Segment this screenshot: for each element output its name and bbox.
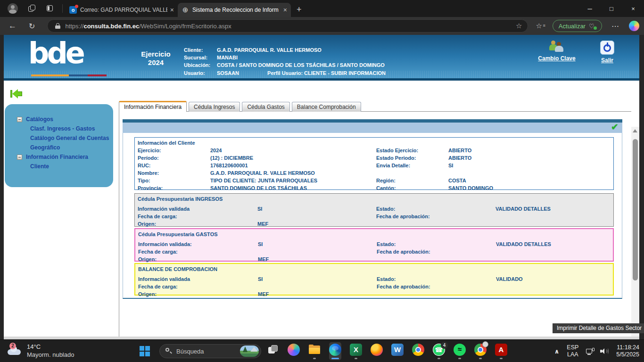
start-button[interactable] xyxy=(140,346,150,356)
collapse-icon[interactable] xyxy=(17,117,22,122)
taskbar: 2 14°C Mayorm. nublado Búsqueda X W ☎4 ≈ xyxy=(0,339,644,362)
ejercicio-label: Ejercicio: xyxy=(138,147,210,154)
sidebar-item-cliente[interactable]: Cliente xyxy=(5,162,113,171)
sidebar-item-catalogos[interactable]: Catálogos xyxy=(5,115,113,124)
tab-cedula-ingresos[interactable]: Cédula Ingresos xyxy=(189,102,240,112)
tab-balance-comprobacion[interactable]: Balance Comprobación xyxy=(292,102,361,112)
actualizar-button[interactable]: Actualizar ♡ xyxy=(553,20,602,32)
close-tab-icon[interactable]: × xyxy=(170,6,174,14)
panels-container: Información del Cliente Ejercicio:2024Es… xyxy=(123,133,622,299)
provincia-value: SANTO DOMINGO DE LOS TSÁCHILAS xyxy=(210,184,376,192)
cambio-clave-link[interactable]: Cambio Clave xyxy=(531,41,583,62)
cloud-icon: 2 xyxy=(7,345,23,357)
chrome-profile-button[interactable] xyxy=(474,342,487,360)
browser-tab-sistema[interactable]: ⊕ Sistema de Recoleccion de Inform × xyxy=(178,3,291,17)
origen-value: MEF xyxy=(258,255,377,263)
ruc-value: 1768120600001 xyxy=(210,162,376,169)
taskbar-apps: X W ☎4 ≈ A xyxy=(267,342,507,360)
workspaces-icon[interactable] xyxy=(28,5,36,12)
fecha-aprobacion-label: Fecha de aprobación: xyxy=(377,283,496,290)
volume-icon[interactable] xyxy=(600,348,609,354)
sidebar-item-clasf-ingresos-gastos[interactable]: Clasf. Ingresos - Gastos xyxy=(5,124,113,133)
browser-menu-icon[interactable]: ⋯ xyxy=(611,22,619,31)
ejercicio-year: Ejercicio 2024 xyxy=(131,50,181,67)
firefox-icon xyxy=(371,344,383,356)
favorites-icon[interactable]: ☆≡ xyxy=(536,22,542,30)
scroll-up-icon[interactable] xyxy=(633,129,637,132)
tab-actions-icon[interactable] xyxy=(46,5,54,12)
estado-ejercicio-value: ABIERTO xyxy=(448,147,611,154)
url-field[interactable]: https://consulta.bde.fin.ec/WebSim/Login… xyxy=(47,19,528,33)
edge-button[interactable] xyxy=(329,342,341,360)
collapse-icon[interactable] xyxy=(17,155,22,160)
acrobat-button[interactable]: A xyxy=(495,342,507,360)
browser-tab-correo[interactable]: o Correo: GAD PARROQUIAL VALLE × xyxy=(66,3,178,17)
weather-widget[interactable]: 2 14°C Mayorm. nublado xyxy=(7,343,74,359)
chrome-button[interactable] xyxy=(412,342,424,360)
fecha-carga-label: Fecha de carga: xyxy=(138,213,257,220)
tab-panel: ✔ Información del Cliente Ejercicio:2024… xyxy=(119,111,631,337)
users-icon xyxy=(548,41,565,53)
back-navigation-icon[interactable] xyxy=(10,89,23,99)
chrome-icon xyxy=(412,344,424,356)
new-tab-button[interactable]: + xyxy=(297,5,302,15)
panel-title: Cédula Presupuestaria GASTOS xyxy=(138,230,610,239)
back-button[interactable]: ← xyxy=(8,21,17,31)
perfil-label: Perfil Usuario: xyxy=(267,69,304,77)
folder-icon xyxy=(308,344,321,356)
word-button[interactable]: W xyxy=(391,342,404,360)
refresh-button[interactable]: ↻ xyxy=(29,22,35,31)
copilot-button[interactable] xyxy=(288,342,300,360)
copilot-icon[interactable] xyxy=(629,21,639,31)
sidebar-item-geografico[interactable]: Geográfico xyxy=(5,143,113,152)
sidebar-item-catalogo-general-cuentas[interactable]: Catálogo General de Cuentas xyxy=(5,133,113,143)
tipo-label: Tipo: xyxy=(138,177,210,184)
whatsapp-button[interactable]: ☎4 xyxy=(433,342,445,360)
close-window-button[interactable]: × xyxy=(622,0,644,17)
spotify-button[interactable]: ≈ xyxy=(454,342,466,360)
cedula-gastos-panel: Cédula Presupuestaria GASTOS Información… xyxy=(134,228,614,262)
validation-toolbar: ✔ xyxy=(123,119,622,133)
scrollbar-thumb[interactable] xyxy=(633,139,638,280)
estado-ejercicio-label: Estado Ejercicio: xyxy=(376,147,448,154)
envia-detalle-label: Envia Detalle: xyxy=(376,162,448,169)
avatar-head-icon xyxy=(11,5,15,9)
language-indicator[interactable]: ESP LAA xyxy=(567,344,578,358)
weather-condition: Mayorm. nublado xyxy=(27,351,74,359)
validate-check-icon[interactable]: ✔ xyxy=(611,122,619,132)
excel-button[interactable]: X xyxy=(350,342,362,360)
task-view-button[interactable] xyxy=(267,342,279,360)
clock[interactable]: 11:18:24 5/5/2025 xyxy=(616,344,639,358)
logo-stripes xyxy=(31,74,107,76)
browser-profile-avatar[interactable] xyxy=(8,3,18,14)
spotify-icon: ≈ xyxy=(454,344,466,356)
estado-label: Estado: xyxy=(377,275,496,283)
weather-badge: 2 xyxy=(9,343,16,349)
tab-cedula-gastos[interactable]: Cédula Gastos xyxy=(242,102,289,112)
search-highlight-image[interactable] xyxy=(240,346,259,357)
sidebar-navigation: Catálogos Clasf. Ingresos - Gastos Catál… xyxy=(5,104,113,187)
tab-informacion-financiera[interactable]: Información Financiera xyxy=(119,101,187,112)
favorite-star-icon[interactable]: ☆ xyxy=(516,22,522,30)
canton-value: SANTO DOMINGO xyxy=(448,184,611,192)
bde-logo: bde xyxy=(28,36,83,70)
fecha-carga-label: Fecha de carga: xyxy=(138,248,258,255)
close-tab-icon[interactable]: × xyxy=(283,6,287,14)
browser-health-icon: ♡ xyxy=(589,23,596,29)
page-scrollbar[interactable] xyxy=(631,127,639,337)
lock-icon xyxy=(55,23,60,29)
sidebar-item-informacion-financiera[interactable]: Información Financiera xyxy=(5,152,113,162)
tray-icons[interactable] xyxy=(586,348,609,355)
search-icon xyxy=(165,348,172,354)
url-text: https://consulta.bde.fin.ec/WebSim/Login… xyxy=(65,23,231,30)
info-validada-value: SI xyxy=(257,205,376,213)
salir-link[interactable]: Salir xyxy=(592,41,622,64)
tray-chevron-icon[interactable]: ∧ xyxy=(554,348,560,355)
file-explorer-button[interactable] xyxy=(308,342,321,360)
firefox-button[interactable] xyxy=(371,342,383,360)
minimize-button[interactable]: ─ xyxy=(579,0,601,17)
network-icon[interactable] xyxy=(586,348,594,355)
taskbar-search[interactable]: Búsqueda xyxy=(159,344,261,358)
canton-label: Cantón: xyxy=(376,184,448,192)
maximize-button[interactable]: □ xyxy=(601,0,622,17)
